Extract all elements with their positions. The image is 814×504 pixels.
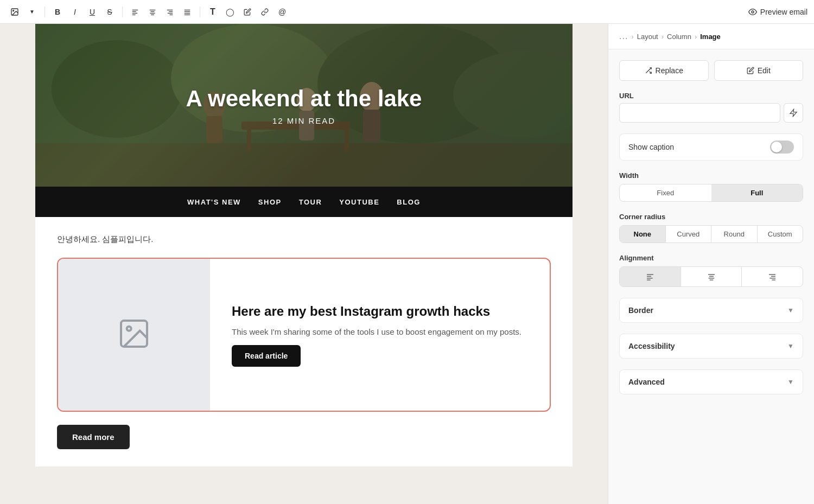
width-segment: Fixed Full bbox=[619, 184, 803, 202]
accessibility-header[interactable]: Accessibility ▼ bbox=[620, 334, 803, 358]
misc-tools-group: T ◯ @ bbox=[205, 4, 290, 20]
svg-point-1 bbox=[13, 10, 14, 11]
align-left-panel-btn[interactable] bbox=[620, 267, 681, 286]
image-dropdown[interactable]: ▼ bbox=[24, 4, 40, 20]
show-caption-toggle[interactable] bbox=[770, 141, 794, 154]
width-fixed-btn[interactable]: Fixed bbox=[620, 184, 711, 201]
svg-rect-7 bbox=[151, 11, 155, 11]
sep-1: › bbox=[631, 33, 633, 41]
breadcrumb-image: Image bbox=[700, 33, 721, 41]
read-article-button[interactable]: Read article bbox=[232, 345, 301, 367]
corner-radius-label: Corner radius bbox=[619, 213, 803, 221]
edit-label: Edit bbox=[758, 66, 771, 75]
nav-youtube[interactable]: YOUTUBE bbox=[339, 198, 379, 206]
corner-none-btn[interactable]: None bbox=[620, 226, 666, 243]
svg-rect-47 bbox=[769, 274, 775, 275]
url-field-group: URL bbox=[619, 92, 803, 123]
svg-rect-50 bbox=[772, 279, 776, 280]
hero-title: A weekend at the lake bbox=[186, 86, 422, 112]
edit-button[interactable]: Edit bbox=[714, 60, 804, 81]
svg-marker-38 bbox=[790, 109, 797, 116]
border-header[interactable]: Border ▼ bbox=[620, 298, 803, 322]
align-left-button[interactable] bbox=[127, 4, 143, 20]
replace-button[interactable]: Replace bbox=[619, 60, 709, 81]
email-wrapper: A weekend at the lake 12 MIN READ WHAT'S… bbox=[35, 24, 573, 467]
underline-button[interactable]: U bbox=[84, 4, 100, 20]
article-card[interactable]: Here are my best Instagram growth hacks … bbox=[57, 258, 551, 412]
corner-custom-btn[interactable]: Custom bbox=[758, 226, 803, 243]
svg-rect-11 bbox=[169, 11, 173, 11]
corner-curved-btn[interactable]: Curved bbox=[666, 226, 712, 243]
panel-content: Replace Edit URL bbox=[608, 49, 814, 405]
corner-radius-buttons: None Curved Round Custom bbox=[619, 225, 803, 243]
breadcrumb-column[interactable]: Column bbox=[667, 33, 691, 41]
accessibility-chevron-icon: ▼ bbox=[787, 342, 794, 350]
hero-image[interactable]: A weekend at the lake 12 MIN READ bbox=[35, 24, 573, 187]
corner-round-btn[interactable]: Round bbox=[711, 226, 758, 243]
article-title: Here are my best Instagram growth hacks bbox=[232, 303, 522, 320]
link-button[interactable] bbox=[257, 4, 273, 20]
sep-2: › bbox=[662, 33, 664, 41]
breadcrumb: ... › Layout › Column › Image bbox=[608, 24, 814, 49]
article-body: Here are my best Instagram growth hacks … bbox=[210, 259, 543, 411]
svg-rect-40 bbox=[647, 276, 651, 277]
svg-rect-46 bbox=[709, 279, 713, 280]
shape-button[interactable]: ◯ bbox=[222, 4, 238, 20]
read-more-button[interactable]: Read more bbox=[57, 425, 130, 449]
hero-subtitle: 12 MIN READ bbox=[186, 116, 422, 125]
svg-rect-42 bbox=[647, 279, 651, 280]
nav-blog[interactable]: BLOG bbox=[397, 198, 421, 206]
align-right-button[interactable] bbox=[162, 4, 178, 20]
svg-rect-14 bbox=[185, 9, 190, 10]
image-icon bbox=[117, 316, 151, 353]
svg-rect-5 bbox=[132, 14, 136, 15]
toolbar-image-group: ▼ bbox=[7, 4, 40, 20]
bold-button[interactable]: B bbox=[49, 4, 66, 20]
breadcrumb-more[interactable]: ... bbox=[619, 31, 628, 41]
svg-rect-45 bbox=[708, 278, 714, 278]
alignment-label: Alignment bbox=[619, 254, 803, 262]
greeting-text: 안녕하세요. 심플피입니다. bbox=[57, 234, 551, 245]
toggle-knob bbox=[771, 142, 782, 152]
replace-label: Replace bbox=[656, 66, 683, 75]
nav-tour[interactable]: TOUR bbox=[299, 198, 322, 206]
svg-rect-15 bbox=[185, 11, 190, 11]
width-full-btn[interactable]: Full bbox=[711, 184, 803, 201]
text-size-button[interactable]: T bbox=[205, 4, 221, 20]
svg-rect-17 bbox=[185, 14, 190, 15]
nav-shop[interactable]: SHOP bbox=[258, 198, 282, 206]
align-justify-button[interactable] bbox=[179, 4, 195, 20]
align-center-panel-btn[interactable] bbox=[681, 267, 742, 286]
align-center-button[interactable] bbox=[144, 4, 161, 20]
svg-rect-43 bbox=[708, 274, 715, 275]
divider-3 bbox=[200, 7, 200, 17]
at-button[interactable]: @ bbox=[274, 4, 290, 20]
image-button[interactable] bbox=[7, 4, 23, 20]
align-right-panel-btn[interactable] bbox=[742, 267, 803, 286]
right-panel: ... › Layout › Column › Image Replace bbox=[608, 24, 814, 504]
toolbar: ▼ B I U S T ◯ bbox=[0, 0, 814, 24]
alignment-buttons bbox=[619, 266, 803, 287]
pencil-button[interactable] bbox=[239, 4, 256, 20]
svg-point-18 bbox=[752, 11, 754, 13]
hero-content: A weekend at the lake 12 MIN READ bbox=[186, 86, 422, 125]
lightning-icon[interactable] bbox=[784, 103, 803, 123]
main-layout: A weekend at the lake 12 MIN READ WHAT'S… bbox=[0, 24, 814, 504]
border-section: Border ▼ bbox=[619, 298, 803, 323]
italic-button[interactable]: I bbox=[67, 4, 83, 20]
advanced-header[interactable]: Advanced ▼ bbox=[620, 370, 803, 394]
show-caption-row[interactable]: Show caption bbox=[619, 133, 803, 161]
replace-edit-row: Replace Edit bbox=[619, 60, 803, 81]
width-label: Width bbox=[619, 171, 803, 180]
svg-rect-49 bbox=[770, 278, 776, 278]
preview-email-button[interactable]: Preview email bbox=[748, 8, 807, 16]
nav-whats-new[interactable]: WHAT'S NEW bbox=[187, 198, 241, 206]
show-caption-label: Show caption bbox=[628, 143, 674, 151]
svg-rect-12 bbox=[168, 12, 173, 13]
strikethrough-button[interactable]: S bbox=[101, 4, 118, 20]
svg-rect-6 bbox=[150, 9, 156, 10]
url-input[interactable] bbox=[619, 103, 780, 123]
svg-rect-9 bbox=[151, 14, 154, 15]
editor-area[interactable]: A weekend at the lake 12 MIN READ WHAT'S… bbox=[0, 24, 608, 504]
breadcrumb-layout[interactable]: Layout bbox=[637, 33, 658, 41]
